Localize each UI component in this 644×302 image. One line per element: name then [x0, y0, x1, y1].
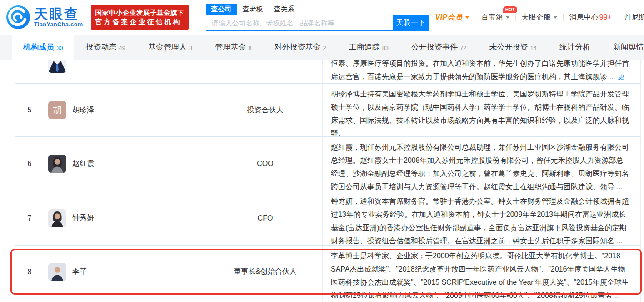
tab-label: 新闻舆情 — [613, 42, 644, 52]
certification-badge: 国家中小企业发展子基金旗下 官方备案企业征信机构 — [91, 5, 189, 30]
tab-count: 8 — [248, 45, 251, 51]
nav-item-label: 天眼企服 — [522, 13, 551, 22]
unread-count-badge: 99+ — [599, 13, 612, 21]
truncation-ellipsis: ... — [614, 237, 623, 245]
member-name[interactable]: 李革 — [72, 267, 87, 277]
tab-item[interactable]: 公开投资事件72 — [400, 35, 478, 60]
nav-item[interactable]: 天眼企服 — [516, 13, 563, 22]
description-text: 胡珍泽博士持有美国密歇根大学药剂学博士和硕士学位、美国罗切斯特理工学院产品开发管… — [331, 90, 629, 136]
member-avatar[interactable] — [48, 155, 66, 173]
row-index: 5 — [15, 84, 44, 136]
description-text: 恒泰、序康医疗等项目的投资。在加入通和资本前，华先生创办了白诺先康功能医学并担任… — [331, 60, 629, 81]
chevron-down-icon — [506, 16, 509, 20]
tab-label: 对外投资基金 — [274, 42, 320, 52]
tab-item[interactable]: 工商追踪83 — [338, 35, 400, 60]
top-header: 天眼查 TianYanCha.com 国家中小企业发展子基金旗下 官方备案企业征… — [0, 0, 644, 35]
member-position — [208, 60, 323, 83]
tab-label: 统计分析 — [559, 42, 590, 52]
tab-label: 管理基金 — [215, 42, 246, 52]
search-tabs: 查公司查老板查关系 — [206, 4, 429, 15]
search-tab[interactable]: 查关系 — [269, 4, 300, 15]
nav-item-label: 丹尼斯·... — [624, 13, 644, 22]
tab-item[interactable]: 统计分析 — [548, 35, 602, 60]
table-row: 8 李革 董事长&创始合伙人 李革博士是科学家、企业家；于2000年创立药明康德… — [15, 246, 641, 298]
certification-badge-line2: 官方备案企业征信机构 — [95, 17, 184, 26]
brand-name: 天眼查 — [34, 7, 83, 21]
member-avatar[interactable]: 胡 — [48, 101, 66, 119]
nav-item[interactable]: 百宝箱HOT — [475, 13, 515, 22]
member-name[interactable]: 钟秀妍 — [72, 213, 94, 223]
table-row: 6 赵红霞 COO 赵红霞，现任苏州元禾控股股份有限公司总裁助理，兼任苏州工业园… — [15, 137, 641, 191]
tab-label: 未公开投资 — [489, 42, 528, 52]
tab-count: 3 — [189, 45, 192, 51]
nav-item-label: 消息中心 — [569, 13, 599, 22]
description-text: 李革博士是科学家、企业家；于2000年创立药明康德。哥伦比亚大学有机化学博士。"… — [331, 252, 629, 298]
search-box: 天眼一下 — [206, 15, 429, 31]
member-avatar[interactable] — [48, 60, 66, 73]
tab-label: 公开投资事件 — [411, 42, 458, 52]
description-text: 钟秀妍，通和资本首席财务官。常驻于香港办公室。钟女士在财务管理及金融会计领域拥有… — [331, 197, 629, 245]
member-name-cell: 钟秀妍 — [44, 191, 208, 245]
members-table: 恒泰、序康医疗等项目的投资。在加入通和资本前，华先生创办了白诺先康功能医学并担任… — [15, 60, 641, 302]
search-tab[interactable]: 查公司 — [206, 4, 237, 15]
tab-label: 基金管理人 — [148, 42, 187, 52]
table-rows: 5 胡 胡珍泽 投资合伙人 胡珍泽博士持有美国密歇根大学药剂学博士和硕士学位、美… — [15, 84, 641, 298]
brand-domain: TianYanCha.com — [34, 21, 83, 28]
tab-item[interactable]: 管理基金8 — [204, 35, 263, 60]
nav-item[interactable]: 消息中心99+ — [564, 13, 618, 22]
tab-item[interactable]: 投资动态49 — [74, 35, 136, 60]
row-index — [15, 60, 44, 83]
member-avatar[interactable] — [48, 209, 66, 227]
table-row-next-partial — [15, 298, 641, 302]
tab-label: 机构成员 — [23, 42, 54, 52]
search-button[interactable]: 天眼一下 — [393, 15, 429, 30]
tab-item[interactable]: 未公开投资14 — [478, 35, 548, 60]
member-description: 赵红霞，现任苏州元禾控股股份有限公司总裁助理，兼任苏州工业园区沙湖金融服务有限公… — [323, 137, 640, 191]
truncation-ellipsis: ... — [607, 73, 617, 81]
member-name-cell: 李革 — [44, 246, 208, 298]
tab-item[interactable]: 对外投资基金2 — [263, 35, 337, 60]
logo-text: 天眼查 TianYanCha.com — [34, 7, 83, 28]
member-description: 钟秀妍，通和资本首席财务官。常驻于香港办公室。钟女士在财务管理及金融会计领域拥有… — [323, 191, 640, 245]
member-avatar[interactable] — [48, 263, 66, 281]
member-name[interactable]: 赵红霞 — [72, 159, 94, 169]
table-row-clipped: 恒泰、序康医疗等项目的投资。在加入通和资本前，华先生创办了白诺先康功能医学并担任… — [15, 60, 641, 84]
tab-item[interactable]: 机构成员30 — [12, 35, 74, 60]
nav-item[interactable]: VIP会员 — [429, 13, 475, 22]
member-name-cell — [44, 60, 208, 83]
tab-item[interactable]: 新闻舆情74 — [602, 35, 644, 60]
member-description: 李革博士是科学家、企业家；于2000年创立药明康德。哥伦比亚大学有机化学博士。"… — [323, 246, 640, 298]
description-text: 赵红霞，现任苏州元禾控股股份有限公司总裁助理，兼任苏州工业园区沙湖金融服务有限公… — [331, 143, 629, 191]
member-position: COO — [208, 137, 323, 191]
table-row: 5 胡 胡珍泽 投资合伙人 胡珍泽博士持有美国密歇根大学药剂学博士和硕士学位、美… — [15, 84, 641, 137]
tab-count: 14 — [530, 45, 537, 51]
search-tab[interactable]: 查老板 — [237, 4, 269, 15]
section-tabs: 机构成员30投资动态49基金管理人3管理基金8对外投资基金2工商追踪83公开投资… — [0, 35, 644, 60]
initial-avatar-text: 胡 — [53, 104, 62, 116]
page-edge-divider — [2, 60, 2, 302]
tianyancha-logo-icon — [6, 5, 30, 29]
tab-item[interactable]: 基金管理人3 — [137, 35, 204, 60]
row-index: 6 — [15, 137, 44, 191]
nav-item-label: VIP会员 — [435, 13, 463, 22]
tab-count: 2 — [323, 45, 326, 51]
row-index: 8 — [15, 246, 44, 298]
top-nav: VIP会员百宝箱HOT天眼企服消息中心99+丹尼斯·... — [429, 13, 644, 22]
member-position: 董事长&创始合伙人 — [208, 246, 323, 298]
member-name[interactable]: 胡珍泽 — [72, 106, 94, 115]
tianyancha-page: 天眼查 TianYanCha.com 国家中小企业发展子基金旗下 官方备案企业征… — [0, 0, 644, 302]
search-input[interactable] — [206, 15, 393, 30]
nav-item[interactable]: 丹尼斯·... — [618, 13, 644, 22]
member-position: 投资合伙人 — [208, 84, 323, 136]
row-index: 7 — [15, 191, 44, 245]
tab-label: 工商追踪 — [349, 42, 380, 52]
chevron-down-icon — [465, 16, 469, 20]
member-name-cell: 胡 胡珍泽 — [44, 84, 208, 136]
logo[interactable]: 天眼查 TianYanCha.com — [6, 5, 83, 29]
tab-count: 30 — [56, 45, 63, 51]
truncation-ellipsis: ... — [614, 183, 623, 191]
chevron-down-icon — [554, 16, 557, 20]
nav-item-label: 百宝箱 — [481, 13, 503, 22]
search-module: 查公司查老板查关系 天眼一下 — [206, 4, 429, 31]
member-description: 恒泰、序康医疗等项目的投资。在加入通和资本前，华先生创办了白诺先康功能医学并担任… — [323, 60, 640, 83]
